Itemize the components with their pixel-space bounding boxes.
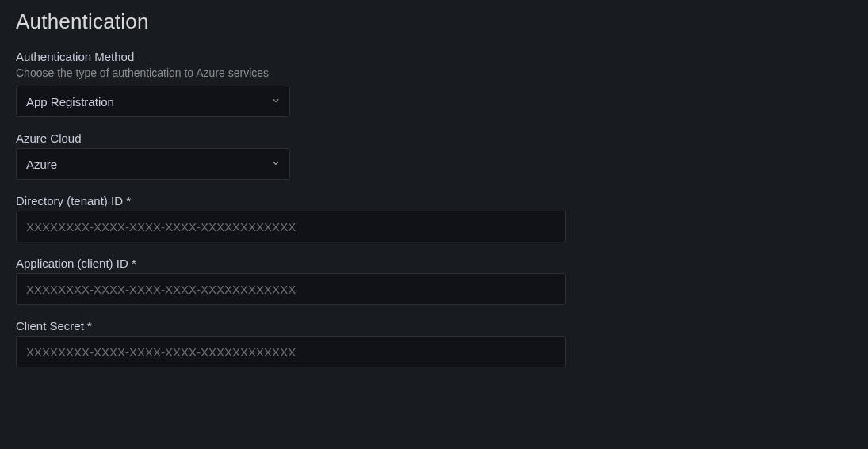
client-id-input[interactable] [16,273,566,305]
auth-method-field: Authentication Method Choose the type of… [16,50,852,117]
auth-method-label: Authentication Method [16,50,852,63]
azure-cloud-value: Azure [26,158,57,171]
azure-cloud-select[interactable]: Azure [16,148,290,180]
section-title: Authentication [16,10,852,34]
client-id-field: Application (client) ID * [16,257,852,305]
client-secret-input[interactable] [16,336,566,367]
azure-cloud-label: Azure Cloud [16,131,852,145]
tenant-id-label: Directory (tenant) ID * [16,194,852,207]
auth-method-value: App Registration [26,95,114,108]
tenant-id-input[interactable] [16,211,566,242]
azure-cloud-field: Azure Cloud Azure [16,131,852,180]
client-secret-label: Client Secret * [16,319,852,333]
tenant-id-field: Directory (tenant) ID * [16,194,852,242]
auth-method-description: Choose the type of authentication to Azu… [16,67,852,79]
auth-method-select[interactable]: App Registration [16,86,290,117]
client-secret-field: Client Secret * [16,319,852,367]
client-id-label: Application (client) ID * [16,257,852,270]
